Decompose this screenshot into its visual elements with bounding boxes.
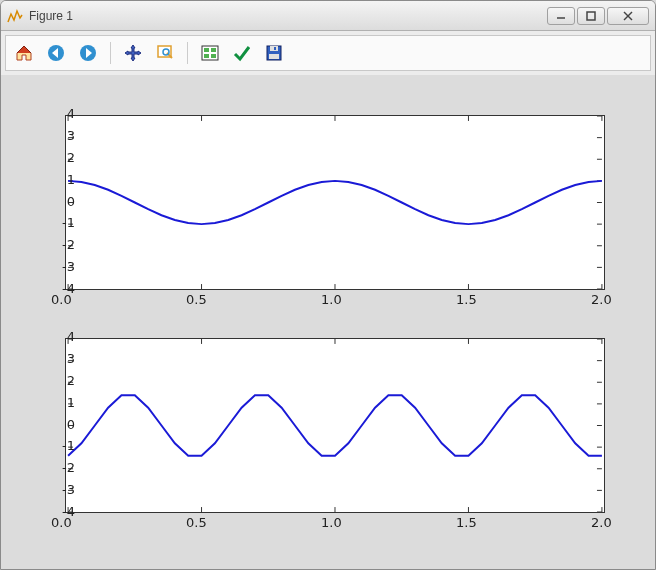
check-icon [232, 43, 252, 63]
close-button[interactable] [607, 7, 649, 25]
svg-rect-9 [204, 48, 209, 52]
customize-button[interactable] [230, 41, 254, 65]
figure-window: Figure 1 [0, 0, 656, 570]
back-icon [46, 43, 66, 63]
subplot-1-svg [65, 115, 605, 290]
y-tick-label: 1 [35, 395, 75, 410]
pan-button[interactable] [121, 41, 145, 65]
x-tick-label: 0.0 [51, 292, 72, 307]
y-tick-label: -1 [35, 215, 75, 230]
zoom-button[interactable] [153, 41, 177, 65]
y-tick-label: -2 [35, 460, 75, 475]
y-tick-label: 4 [35, 329, 75, 344]
subplots-button[interactable] [198, 41, 222, 65]
forward-icon [78, 43, 98, 63]
home-icon [14, 43, 34, 63]
save-button[interactable] [262, 41, 286, 65]
svg-rect-10 [211, 48, 216, 52]
x-tick-label: 0.5 [186, 292, 207, 307]
forward-button[interactable] [76, 41, 100, 65]
y-tick-label: -3 [35, 482, 75, 497]
x-tick-label: 1.0 [321, 515, 342, 530]
y-tick-label: 2 [35, 373, 75, 388]
pan-icon [123, 43, 143, 63]
x-tick-label: 1.5 [456, 292, 477, 307]
y-tick-label: 0 [35, 194, 75, 209]
svg-rect-11 [204, 54, 209, 58]
plot-canvas[interactable]: -4-3-2-101234 0.00.51.01.52.0 -4-3-2-101… [1, 75, 655, 569]
save-icon [264, 43, 284, 63]
window-title: Figure 1 [29, 9, 541, 23]
toolbar-separator [187, 42, 188, 64]
subplot-2-svg [65, 338, 605, 513]
x-tick-label: 1.0 [321, 292, 342, 307]
window-controls [547, 7, 649, 25]
toolbar [5, 35, 651, 71]
svg-rect-15 [274, 47, 276, 50]
subplot-2: -4-3-2-101234 0.00.51.01.52.0 [65, 338, 621, 513]
svg-rect-12 [211, 54, 216, 58]
titlebar[interactable]: Figure 1 [1, 1, 655, 31]
x-tick-label: 0.5 [186, 515, 207, 530]
x-tick-label: 2.0 [591, 292, 612, 307]
subplot-1: -4-3-2-101234 0.00.51.01.52.0 [65, 115, 621, 290]
svg-rect-16 [269, 54, 279, 59]
svg-rect-1 [587, 12, 595, 20]
home-button[interactable] [12, 41, 36, 65]
y-tick-label: 3 [35, 128, 75, 143]
y-tick-label: 1 [35, 172, 75, 187]
x-tick-label: 0.0 [51, 515, 72, 530]
zoom-icon [155, 43, 175, 63]
y-tick-label: -1 [35, 438, 75, 453]
back-button[interactable] [44, 41, 68, 65]
x-tick-label: 1.5 [456, 515, 477, 530]
y-tick-label: -2 [35, 237, 75, 252]
y-tick-label: 2 [35, 150, 75, 165]
x-tick-label: 2.0 [591, 515, 612, 530]
maximize-button[interactable] [577, 7, 605, 25]
y-tick-label: -3 [35, 259, 75, 274]
y-tick-label: 3 [35, 351, 75, 366]
toolbar-separator [110, 42, 111, 64]
app-icon [7, 8, 23, 24]
minimize-button[interactable] [547, 7, 575, 25]
y-tick-label: 0 [35, 417, 75, 432]
subplots-icon [200, 43, 220, 63]
y-tick-label: 4 [35, 106, 75, 121]
